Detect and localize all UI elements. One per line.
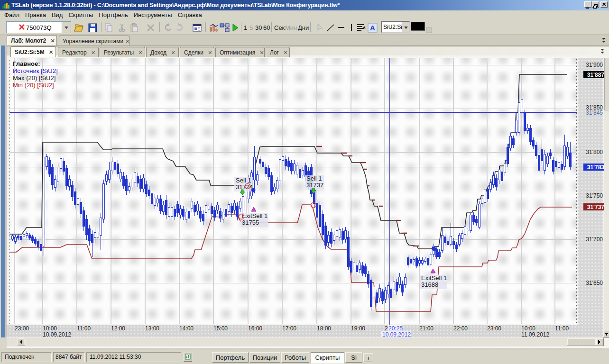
svg-text:31'750: 31'750 <box>586 192 603 199</box>
svg-text:10:00: 10:00 <box>43 325 57 332</box>
svg-text:23:00: 23:00 <box>487 325 501 332</box>
svg-text:13:00: 13:00 <box>145 325 159 332</box>
svg-text:17:00: 17:00 <box>282 325 296 332</box>
svg-text:11.09.2012: 11.09.2012 <box>521 331 549 338</box>
svg-text:19:00: 19:00 <box>351 325 365 332</box>
svg-text:Sell 1: Sell 1 <box>306 175 322 182</box>
svg-text:A: A <box>370 24 375 32</box>
svg-text:31'900: 31'900 <box>586 62 603 68</box>
svg-text:Источник [SiU2]: Источник [SiU2] <box>13 67 58 74</box>
svg-text:31'783: 31'783 <box>587 164 605 171</box>
svg-text:Max (20) [SiU2]: Max (20) [SiU2] <box>13 74 55 82</box>
svg-text:Min (20) [SiU2]: Min (20) [SiU2] <box>13 82 54 89</box>
svg-text:21:00: 21:00 <box>419 325 434 332</box>
svg-text:31688: 31688 <box>421 281 438 288</box>
svg-text:31737: 31737 <box>306 182 323 189</box>
svg-text:31'800: 31'800 <box>586 149 603 155</box>
svg-text:23:00: 23:00 <box>15 325 29 332</box>
svg-text:16:00: 16:00 <box>248 325 262 332</box>
svg-text:20:25: 20:25 <box>388 325 403 332</box>
svg-text:10.09.2012: 10.09.2012 <box>382 331 411 338</box>
svg-text:14:00: 14:00 <box>179 325 194 332</box>
svg-text:10:00: 10:00 <box>521 325 535 332</box>
svg-text:31'845: 31'845 <box>586 109 603 116</box>
svg-text:Главное:: Главное: <box>13 60 40 67</box>
svg-text:31'700: 31'700 <box>586 236 603 243</box>
svg-text:ExitSell 1: ExitSell 1 <box>242 212 268 219</box>
svg-text:12:00: 12:00 <box>111 325 125 332</box>
svg-text:31'737: 31'737 <box>587 204 605 210</box>
svg-text:ExitSell 1: ExitSell 1 <box>421 274 447 282</box>
svg-text:15:00: 15:00 <box>213 325 228 332</box>
svg-text:18:00: 18:00 <box>317 325 331 332</box>
svg-text:11:00: 11:00 <box>555 325 569 332</box>
svg-text:31'650: 31'650 <box>586 280 603 286</box>
svg-text:Sell 1: Sell 1 <box>236 177 251 184</box>
svg-text:31755: 31755 <box>242 219 259 226</box>
svg-text:10.09.2012: 10.09.2012 <box>43 331 71 338</box>
svg-text:11:00: 11:00 <box>77 325 91 332</box>
svg-text:31'887: 31'887 <box>587 72 605 78</box>
svg-text:22:00: 22:00 <box>453 325 468 332</box>
